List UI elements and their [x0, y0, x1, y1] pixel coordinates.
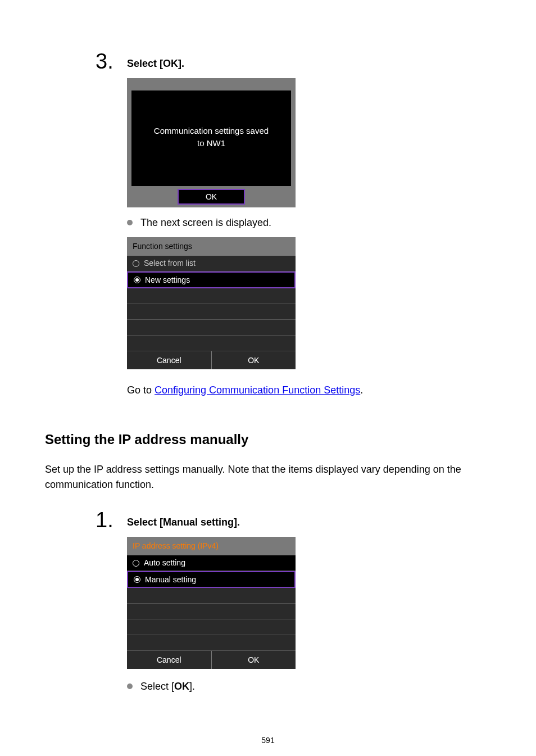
bullet-bold: OK	[174, 681, 189, 692]
bullet-suffix: ].	[189, 681, 195, 692]
list-footer: Cancel OK	[127, 651, 296, 669]
section-paragraph: Set up the IP address settings manually.…	[45, 462, 491, 492]
radio-open-icon	[133, 560, 139, 567]
cancel-button[interactable]: Cancel	[127, 651, 212, 669]
radio-open-icon	[133, 260, 139, 267]
bullet-row: The next screen is displayed.	[127, 215, 491, 230]
link-configuring-comm-function[interactable]: Configuring Communication Function Setti…	[155, 384, 360, 396]
screenshot-comm-saved: Communication settings saved to NW1 OK	[127, 78, 296, 207]
list-row-empty	[127, 304, 296, 320]
screenshot-function-settings: Function settings Select from list New s…	[127, 237, 296, 369]
goto-suffix: .	[360, 384, 363, 396]
option-label: Auto setting	[144, 557, 185, 569]
bullet-text: Select [OK].	[140, 679, 195, 694]
ok-button[interactable]: OK	[212, 351, 296, 369]
ok-button[interactable]: OK	[212, 651, 296, 669]
option-label: New settings	[145, 274, 190, 286]
ok-button[interactable]: OK	[178, 189, 245, 205]
option-manual-setting[interactable]: Manual setting	[127, 571, 296, 588]
step-number: 1.	[45, 509, 127, 531]
list-row-empty	[127, 635, 296, 651]
goto-prefix: Go to	[127, 384, 155, 396]
option-select-from-list[interactable]: Select from list	[127, 256, 296, 271]
list-header: Function settings	[127, 237, 296, 256]
bullet-icon	[127, 220, 133, 225]
option-label: Select from list	[144, 257, 196, 269]
list-row-empty	[127, 336, 296, 351]
step-body: Select [Manual setting]. IP address sett…	[127, 509, 491, 701]
step-3: 3. Select [OK]. Communication settings s…	[45, 51, 491, 398]
list-row-empty	[127, 619, 296, 635]
option-label: Manual setting	[145, 574, 196, 586]
dialog-body: Communication settings saved to NW1	[131, 90, 291, 186]
bullet-prefix: Select [	[140, 681, 174, 692]
step-1: 1. Select [Manual setting]. IP address s…	[45, 509, 491, 701]
dialog-text-line1: Communication settings saved	[154, 125, 269, 138]
step-number: 3.	[45, 51, 127, 72]
cancel-button[interactable]: Cancel	[127, 351, 212, 369]
dialog-text-line2: to NW1	[197, 137, 225, 150]
bullet-text: The next screen is displayed.	[140, 215, 271, 230]
step-body: Select [OK]. Communication settings save…	[127, 51, 491, 398]
section-heading: Setting the IP address manually	[45, 429, 491, 450]
radio-filled-icon	[134, 277, 140, 283]
dialog-footer: OK	[127, 186, 296, 207]
page-number: 591	[45, 735, 491, 746]
option-auto-setting[interactable]: Auto setting	[127, 555, 296, 571]
goto-line: Go to Configuring Communication Function…	[127, 383, 491, 398]
radio-filled-icon	[134, 576, 140, 583]
list-row-empty	[127, 320, 296, 336]
list-row-empty	[127, 604, 296, 619]
bullet-row: Select [OK].	[127, 679, 491, 694]
list-footer: Cancel OK	[127, 351, 296, 369]
list-row-empty	[127, 288, 296, 304]
step-title: Select [Manual setting].	[127, 515, 491, 530]
option-new-settings[interactable]: New settings	[127, 271, 296, 288]
step-title: Select [OK].	[127, 56, 491, 71]
bullet-icon	[127, 683, 133, 689]
screenshot-ip-setting: IP address setting (IPv4) Auto setting M…	[127, 537, 296, 669]
list-header: IP address setting (IPv4)	[127, 537, 296, 555]
list-row-empty	[127, 588, 296, 604]
